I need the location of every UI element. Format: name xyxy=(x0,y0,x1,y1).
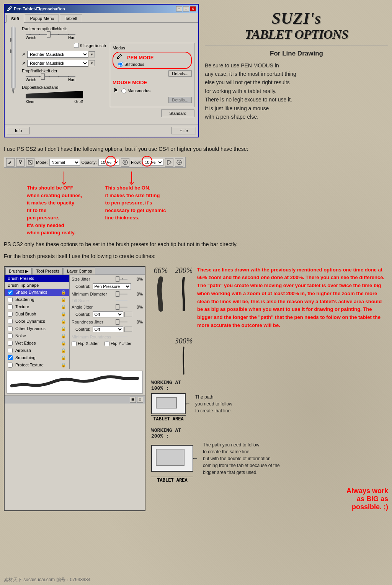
control2-select[interactable]: Off xyxy=(93,311,123,317)
brushes-panel[interactable]: Brushes ▶ Tool Presets Layer Comps Brush… xyxy=(4,266,145,511)
flow-select[interactable]: 100% xyxy=(142,159,163,166)
brushes-tab-tool-presets[interactable]: Tool Presets xyxy=(33,268,63,275)
pen-tool-icon[interactable] xyxy=(16,158,24,167)
brushes-tab-layer-comps[interactable]: Layer Comps xyxy=(64,268,95,275)
sidebar-wet-edges[interactable]: Wet Edges 🔒 xyxy=(5,340,69,347)
minimize-button[interactable]: − xyxy=(176,6,182,11)
tab-popup[interactable]: Popup-Menü xyxy=(25,15,59,22)
emp-weich: Weich xyxy=(26,78,36,82)
opacity-pressure-icon[interactable] xyxy=(121,158,129,167)
sidebar-brush-presets[interactable]: Brush Presets xyxy=(5,275,69,282)
working-200-section: WORKING AT 200% : ← The path you need to… xyxy=(151,428,388,483)
wet-edges-check[interactable] xyxy=(8,341,13,346)
suzi-body-text: Be sure to use PEN MODUS in any case, it… xyxy=(205,61,388,121)
sidebar-color-dynamics[interactable]: Color Dynamics 🔒 xyxy=(5,318,69,325)
annotations: This should be OFF when creating outline… xyxy=(27,172,388,237)
details-btn-2[interactable]: Details... xyxy=(168,97,192,103)
sidebar-brush-tip-shape[interactable]: Brush Tip Shape xyxy=(5,282,69,289)
brush-tool-icon[interactable] xyxy=(6,158,15,167)
hilfe-button[interactable]: Hilfe xyxy=(172,127,196,134)
control-off-row-1[interactable]: Control: Off xyxy=(72,311,143,317)
mausmodus-radio[interactable] xyxy=(121,88,126,93)
doppelklick-slider[interactable] xyxy=(26,91,83,98)
titlebar-buttons[interactable]: − □ ✕ xyxy=(176,6,196,11)
sidebar-smoothing[interactable]: Smoothing 🔒 xyxy=(5,354,69,361)
svg-point-1 xyxy=(19,160,21,162)
sidebar-noise[interactable]: Noise 🔒 xyxy=(5,332,69,340)
sidebar-other-dynamics[interactable]: Other Dynamics 🔒 xyxy=(5,325,69,332)
brushes-panel-tabs[interactable]: Brushes ▶ Tool Presets Layer Comps xyxy=(5,267,145,275)
radierer-label: Radiererempfindlichkeit: xyxy=(22,26,194,31)
line-sample-200: 200% xyxy=(174,266,193,333)
sidebar-texture[interactable]: Texture 🔒 xyxy=(5,303,69,310)
pen-tablet-dialog[interactable]: 🖊 Pen Tablet-Eigenschaften − □ ✕ Stift P… xyxy=(4,4,199,137)
brushes-sidebar[interactable]: Brush Presets Brush Tip Shape Shape Dyna… xyxy=(5,275,70,369)
dialog-tabs[interactable]: Stift Popup-Menü Tablett xyxy=(5,13,198,23)
tab-tablett[interactable]: Tablett xyxy=(60,15,82,22)
other-dynamics-check[interactable] xyxy=(8,326,13,331)
maximize-button[interactable]: □ xyxy=(183,6,189,11)
details-btn-1[interactable]: Details... xyxy=(168,70,192,77)
ps-intro: I use PS CS2 so I don't have the followi… xyxy=(4,145,388,153)
mode-select[interactable]: Normal xyxy=(49,159,80,166)
klick-checkbox[interactable] xyxy=(74,43,79,48)
control-off-row-2[interactable]: Control: Off xyxy=(72,326,143,332)
tool-icon-3[interactable] xyxy=(26,158,34,167)
tab-stift[interactable]: Stift xyxy=(6,15,24,23)
suzi-title-line2: TABLET OPTIONS xyxy=(205,27,388,41)
select-arrow-2[interactable]: ▼ xyxy=(89,60,95,66)
color-dynamics-check[interactable] xyxy=(8,319,13,324)
control-pen-pressure-row[interactable]: Control: Pen Pressure xyxy=(72,283,143,289)
standard-button[interactable]: Standard xyxy=(161,109,194,117)
size-jitter-value: 0% xyxy=(129,277,143,281)
brush-list-view-btn[interactable]: ☰ xyxy=(130,397,136,403)
flow-icon[interactable] xyxy=(165,158,173,167)
annotation-1: This should be OFF when creating outline… xyxy=(27,184,82,237)
opacity-select[interactable]: 100% xyxy=(98,159,119,166)
control-select[interactable]: Pen Pressure xyxy=(93,283,131,289)
zoom-66: 66% xyxy=(154,266,168,275)
airbrush-check[interactable] xyxy=(8,348,13,353)
size-pressure-icon[interactable] xyxy=(175,158,183,167)
tablet-rect-200: ← xyxy=(151,445,193,472)
brush-bottom-bar[interactable]: ☰ ⊞ xyxy=(5,395,145,404)
flip-y-check[interactable] xyxy=(105,341,109,346)
wet-edges-lock: 🔒 xyxy=(61,341,66,346)
info-button[interactable]: Info xyxy=(7,127,30,134)
stiftmodus-radio[interactable] xyxy=(118,62,123,67)
emp-hart: Hart xyxy=(68,78,75,82)
select-rechter-1[interactable]: Rechter Mausklick xyxy=(27,51,88,58)
flip-x-check[interactable] xyxy=(72,341,77,346)
roundness-jitter-row: Roundness Jitter 0% xyxy=(72,320,143,324)
sidebar-shape-dynamics[interactable]: Shape Dynamics 🔒 xyxy=(5,289,69,296)
protect-texture-check[interactable] xyxy=(8,363,13,368)
sidebar-dual-brush[interactable]: Dual Brush 🔒 xyxy=(5,310,69,318)
mouse-icon: 🖱 xyxy=(113,87,120,95)
sidebar-scattering[interactable]: Scattering 🔒 xyxy=(5,296,69,303)
flip-x-label[interactable]: Flip X Jitter xyxy=(72,341,99,346)
modus-title: Modus xyxy=(113,46,192,50)
scattering-check[interactable] xyxy=(8,297,13,302)
brushes-tab-brushes[interactable]: Brushes ▶ xyxy=(5,268,32,275)
protect-texture-lock: 🔒 xyxy=(61,363,66,368)
svg-point-0 xyxy=(8,163,9,164)
watermark-text: 素材天下 sucaisucai.com 编号：07933984 xyxy=(4,577,90,583)
sidebar-protect-texture[interactable]: Protect Texture 🔒 xyxy=(5,361,69,369)
sidebar-airbrush[interactable]: Airbrush 🔒 xyxy=(5,347,69,354)
control3-select[interactable]: Off xyxy=(93,326,123,332)
brush-preview xyxy=(7,371,143,394)
shape-dynamics-check[interactable] xyxy=(8,290,13,295)
noise-check[interactable] xyxy=(8,333,13,338)
min-diameter-value: 0% xyxy=(129,292,143,296)
texture-check[interactable] xyxy=(8,304,13,309)
smoothing-check[interactable] xyxy=(8,355,13,360)
flip-y-label[interactable]: Flip Y Jitter xyxy=(105,341,132,346)
select-arrow-1[interactable]: ▼ xyxy=(89,51,95,57)
flip-row[interactable]: Flip X Jitter Flip Y Jitter xyxy=(72,341,143,346)
select-rechter-2[interactable]: Rechter Mausklick xyxy=(27,60,88,67)
ps-toolbar[interactable]: Mode: Normal Opacity: 100% Flow: 100% xyxy=(4,157,186,168)
close-button[interactable]: ✕ xyxy=(190,6,196,11)
working-200-title: WORKING AT 200% : xyxy=(151,428,388,439)
brush-grid-view-btn[interactable]: ⊞ xyxy=(137,397,143,403)
dual-brush-check[interactable] xyxy=(8,312,13,317)
